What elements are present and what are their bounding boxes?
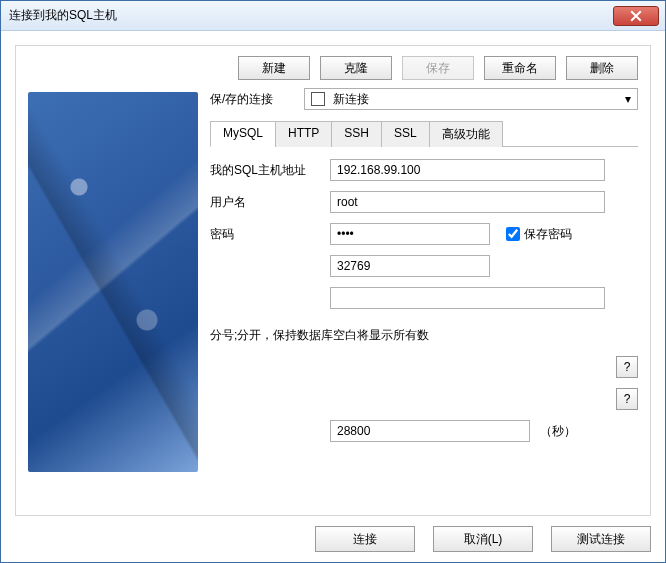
help-button-1[interactable]: ? <box>616 356 638 378</box>
tab-ssl[interactable]: SSL <box>381 121 430 147</box>
user-label: 用户名 <box>210 194 330 211</box>
decorative-image <box>28 92 198 472</box>
saved-connections-dropdown[interactable]: 新连接 ▾ <box>304 88 638 110</box>
cancel-button[interactable]: 取消(L) <box>433 526 533 552</box>
port-input[interactable] <box>330 255 490 277</box>
timeout-input[interactable] <box>330 420 530 442</box>
clone-button[interactable]: 克隆 <box>320 56 392 80</box>
database-input[interactable] <box>330 287 605 309</box>
saved-connections-selected: 新连接 <box>333 91 369 108</box>
tab-advanced[interactable]: 高级功能 <box>429 121 503 147</box>
database-hint: 分号;分开，保持数据库空白将显示所有数 <box>210 327 638 344</box>
saved-connections-label: 保/存的连接 <box>210 91 292 108</box>
tab-mysql[interactable]: MySQL <box>210 121 276 147</box>
tab-ssh[interactable]: SSH <box>331 121 382 147</box>
close-icon[interactable] <box>613 6 659 26</box>
main-titlebar: 连接到我的SQL主机 <box>1 1 665 31</box>
user-input[interactable] <box>330 191 605 213</box>
save-password-wrap[interactable]: 保存密码 <box>506 226 572 243</box>
delete-button[interactable]: 删除 <box>566 56 638 80</box>
content-frame: 新建 克隆 保存 重命名 删除 保/存的连接 新连接 ▾ <box>15 45 651 516</box>
seconds-label: （秒） <box>540 423 576 440</box>
test-connection-button[interactable]: 测试连接 <box>551 526 651 552</box>
connect-button[interactable]: 连接 <box>315 526 415 552</box>
rename-button[interactable]: 重命名 <box>484 56 556 80</box>
host-input[interactable] <box>330 159 605 181</box>
toolbar: 新建 克隆 保存 重命名 删除 <box>28 56 638 80</box>
main-window: 连接到我的SQL主机 新建 克隆 保存 重命名 删除 保/存的连接 <box>0 0 666 563</box>
save-password-checkbox[interactable] <box>506 227 520 241</box>
new-button[interactable]: 新建 <box>238 56 310 80</box>
save-password-label: 保存密码 <box>524 226 572 243</box>
save-button: 保存 <box>402 56 474 80</box>
checkbox-icon <box>311 92 325 106</box>
password-input[interactable] <box>330 223 490 245</box>
help-button-2[interactable]: ? <box>616 388 638 410</box>
tab-http[interactable]: HTTP <box>275 121 332 147</box>
password-label: 密码 <box>210 226 330 243</box>
footer: 连接 取消(L) 测试连接 <box>15 526 651 552</box>
tabs: MySQL HTTP SSH SSL 高级功能 <box>210 120 638 147</box>
host-label: 我的SQL主机地址 <box>210 162 330 179</box>
window-title: 连接到我的SQL主机 <box>9 7 117 24</box>
chevron-down-icon: ▾ <box>625 92 631 106</box>
